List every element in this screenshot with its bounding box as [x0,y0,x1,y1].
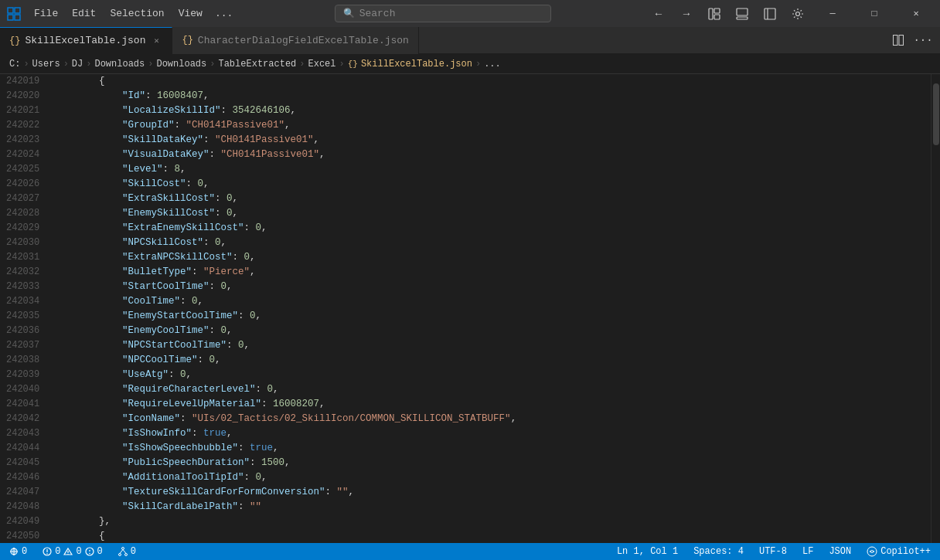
breadcrumb-downloads2[interactable]: Downloads [156,59,206,70]
line-number: 242029 [6,221,37,236]
nav-back-button[interactable]: ← [648,3,669,25]
split-editor-button[interactable] [887,29,909,51]
breadcrumb-sep-3: › [148,59,153,70]
code-line: "IconName": "UIs/02_Tactics/02_SkillIcon… [53,412,921,426]
menu-view[interactable]: View [172,5,209,22]
status-spaces[interactable]: Spaces: 4 [690,546,747,557]
tab-close-1[interactable]: ✕ [150,35,162,47]
code-line: "TextureSkillCardForFormConversion": "", [53,485,921,500]
code-line: "NPCSkillCost": 0, [53,236,921,250]
line-number: 242021 [6,104,37,118]
breadcrumb-dj[interactable]: DJ [72,59,83,70]
tab-character-dialog[interactable]: {} CharacterDialogFieldExcelTable.json [172,27,418,54]
status-encoding[interactable]: UTF-8 [756,546,790,557]
code-line: "StartCoolTime": 0, [53,280,921,294]
svg-rect-13 [899,36,904,46]
status-position[interactable]: Ln 1, Col 1 [614,546,681,557]
breadcrumb-dots[interactable]: ... [484,59,501,70]
breadcrumb-sep-5: › [299,59,305,70]
search-placeholder: Search [359,8,396,19]
close-button[interactable]: ✕ [898,0,934,27]
svg-rect-3 [15,15,20,20]
settings-icon[interactable] [787,3,809,25]
breadcrumb-tableextracted[interactable]: TableExtracted [218,59,296,70]
svg-rect-5 [714,8,720,13]
breadcrumb-excel[interactable]: Excel [308,59,336,70]
minimize-button[interactable]: ─ [815,0,850,27]
code-line: "ExtraNPCSkillCost": 0, [53,250,921,265]
line-number: 242039 [6,368,37,382]
code-line: "NPCStartCoolTime": 0, [53,338,921,353]
status-copilot-value: Copilot++ [880,546,931,557]
code-line: "CoolTime": 0, [53,294,921,309]
line-number: 242022 [6,118,37,133]
status-right: Ln 1, Col 1 Spaces: 4 UTF-8 LF JSON Copi… [614,546,934,557]
status-network[interactable]: 0 [115,546,139,557]
menu-more[interactable]: ... [210,5,237,22]
code-lines[interactable]: { "Id": 16008407, "LocalizeSkillId": 354… [43,74,931,543]
line-number: 242050 [6,529,37,543]
line-number: 242028 [6,206,37,221]
line-numbers: 2420192420202420212420222420232420242420… [0,74,43,543]
line-number: 242032 [6,265,37,280]
status-language[interactable]: JSON [826,546,854,557]
line-number: 242023 [6,133,37,148]
svg-rect-6 [714,15,720,19]
more-actions-button[interactable]: ··· [912,29,934,51]
panel-icon[interactable] [731,3,753,25]
code-line: "PublicSpeechDuration": 1500, [53,456,921,470]
title-bar-right: ← → ─ □ [648,0,934,27]
search-bar: 🔍 Search [237,5,648,22]
code-line: "GroupId": "CH0141Passive01", [53,118,921,133]
code-line: { [53,74,921,89]
status-remote[interactable]: 0 [6,546,30,557]
breadcrumb-c[interactable]: C: [9,59,20,70]
svg-rect-4 [709,8,713,19]
app-icon [6,6,22,22]
scrollbar-thumb[interactable] [933,83,939,145]
status-errors[interactable]: 0 0 0 [39,546,106,557]
status-spaces-value: Spaces: 4 [693,546,744,557]
status-copilot[interactable]: Copilot++ [863,546,934,557]
code-line: }, [53,514,921,529]
code-line: "Id": 16008407, [53,89,921,104]
scrollbar-track[interactable] [931,74,940,543]
status-eol[interactable]: LF [799,546,816,557]
status-remote-value: 0 [22,546,27,557]
title-bar-left: File Edit Selection View ... [6,5,237,22]
search-icon: 🔍 [343,8,355,19]
maximize-button[interactable]: □ [857,0,892,27]
nav-forward-button[interactable]: → [676,3,697,25]
sidebar-icon[interactable] [759,3,781,25]
search-wrapper[interactable]: 🔍 Search [335,5,551,22]
code-line: "RequireCharacterLevel": 0, [53,382,921,397]
breadcrumb-users[interactable]: Users [32,59,60,70]
line-number: 242038 [6,353,37,368]
svg-rect-9 [765,8,775,19]
menu-file[interactable]: File [28,5,64,22]
line-number: 242049 [6,514,37,529]
menu-selection[interactable]: Selection [104,5,170,22]
status-network-value: 0 [131,546,136,557]
line-number: 242035 [6,309,37,324]
line-number: 242043 [6,426,37,441]
breadcrumb-downloads1[interactable]: Downloads [94,59,145,70]
svg-rect-2 [8,15,13,20]
code-area[interactable]: 2420192420202420212420222420232420242420… [0,74,931,543]
svg-point-22 [121,548,124,550]
layout-icon[interactable] [703,3,725,25]
tab-label-2: CharacterDialogFieldExcelTable.json [198,35,409,46]
line-number: 242030 [6,236,37,250]
svg-rect-0 [8,8,13,13]
tab-icon-1: {} [9,36,20,46]
svg-rect-12 [894,36,898,46]
breadcrumb-file[interactable]: SkillExcelTable.json [361,59,472,70]
tab-skill-excel[interactable]: {} SkillExcelTable.json ✕ [0,27,172,54]
status-position-value: Ln 1, Col 1 [617,546,678,557]
breadcrumb-sep-1: › [63,59,69,70]
tab-actions: ··· [887,29,940,51]
line-number: 242031 [6,250,37,265]
status-bar: 0 0 0 0 0 Ln 1, Col 1 Spaces: 4 UTF-8 LF… [0,543,940,560]
status-left: 0 0 0 0 0 [6,546,139,557]
menu-edit[interactable]: Edit [66,5,102,22]
